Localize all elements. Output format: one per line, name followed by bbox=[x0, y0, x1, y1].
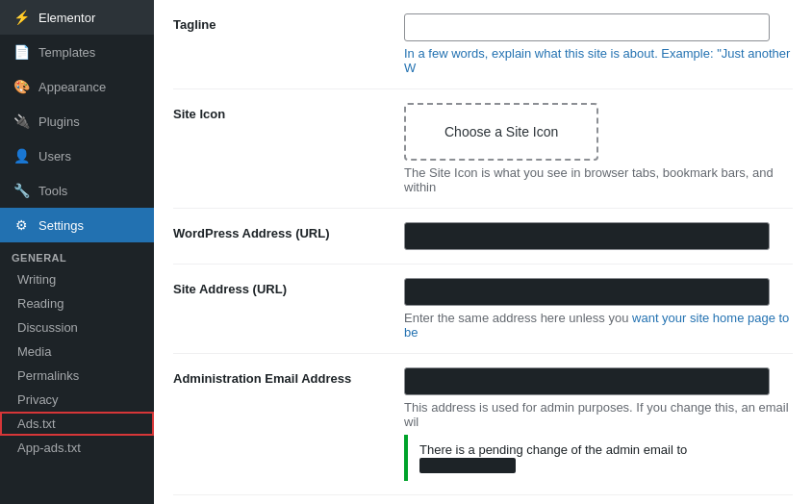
wp-address-row: WordPress Address (URL) bbox=[173, 209, 793, 265]
admin-email-input[interactable] bbox=[404, 367, 770, 395]
appearance-icon: 🎨 bbox=[12, 77, 31, 96]
templates-icon: 📄 bbox=[12, 42, 31, 62]
tagline-label: Tagline bbox=[173, 13, 385, 32]
main-content: Tagline In a few words, explain what thi… bbox=[154, 0, 812, 504]
site-address-input[interactable] bbox=[404, 278, 770, 306]
admin-email-row: Administration Email Address This addres… bbox=[173, 354, 793, 495]
sidebar-item-writing[interactable]: Writing bbox=[0, 267, 154, 291]
choose-site-icon-button[interactable]: Choose a Site Icon bbox=[404, 103, 598, 161]
sidebar-item-settings[interactable]: ⚙ Settings bbox=[0, 208, 154, 242]
site-address-row: Site Address (URL) Enter the same addres… bbox=[173, 265, 793, 354]
tagline-field: In a few words, explain what this site i… bbox=[404, 13, 793, 75]
site-address-help: Enter the same address here unless you w… bbox=[404, 311, 793, 340]
users-icon: 👤 bbox=[12, 146, 31, 165]
pending-email-notice: There is a pending change of the admin e… bbox=[404, 435, 793, 481]
sidebar-item-reading[interactable]: Reading bbox=[0, 291, 154, 315]
admin-email-field: This address is used for admin purposes.… bbox=[404, 367, 793, 481]
sidebar-item-appearance[interactable]: 🎨 Appearance bbox=[0, 69, 154, 104]
sidebar-item-privacy[interactable]: Privacy bbox=[0, 388, 154, 412]
admin-email-help: This address is used for admin purposes.… bbox=[404, 400, 793, 429]
tools-icon: 🔧 bbox=[12, 181, 31, 200]
sidebar-item-users[interactable]: 👤 Users bbox=[0, 139, 154, 173]
sidebar-item-label: Appearance bbox=[38, 80, 106, 94]
site-address-field: Enter the same address here unless you w… bbox=[404, 278, 793, 340]
tagline-input[interactable] bbox=[404, 13, 770, 41]
site-icon-field: Choose a Site Icon The Site Icon is what… bbox=[404, 103, 793, 194]
sidebar-item-discussion[interactable]: Discussion bbox=[0, 315, 154, 340]
sidebar-item-label: Elementor bbox=[38, 11, 95, 25]
sidebar-item-app-ads-txt[interactable]: App-ads.txt bbox=[0, 436, 154, 460]
sidebar: ⚡ Elementor 📄 Templates 🎨 Appearance 🔌 P… bbox=[0, 0, 154, 504]
tagline-row: Tagline In a few words, explain what thi… bbox=[173, 0, 793, 89]
sidebar-section-general: General bbox=[0, 242, 154, 267]
sidebar-item-label: Settings bbox=[38, 218, 84, 233]
wp-address-field bbox=[404, 222, 793, 250]
sidebar-item-tools[interactable]: 🔧 Tools bbox=[0, 173, 154, 208]
sidebar-item-label: Plugins bbox=[38, 114, 80, 129]
sidebar-item-ads-txt[interactable]: Ads.txt bbox=[0, 412, 154, 436]
sidebar-item-elementor[interactable]: ⚡ Elementor bbox=[0, 0, 154, 35]
wp-address-input[interactable] bbox=[404, 222, 770, 250]
pending-notice-text: There is a pending change of the admin e… bbox=[419, 442, 687, 457]
elementor-icon: ⚡ bbox=[12, 8, 31, 27]
pending-email-redacted bbox=[419, 458, 516, 473]
wp-address-label: WordPress Address (URL) bbox=[173, 222, 385, 240]
site-icon-row: Site Icon Choose a Site Icon The Site Ic… bbox=[173, 89, 793, 209]
site-address-help-text: Enter the same address here unless you bbox=[404, 311, 632, 325]
site-icon-label: Site Icon bbox=[173, 103, 385, 121]
sidebar-item-plugins[interactable]: 🔌 Plugins bbox=[0, 104, 154, 139]
settings-table: Tagline In a few words, explain what thi… bbox=[154, 0, 812, 504]
sidebar-item-label: Users bbox=[38, 149, 71, 164]
tagline-hint: In a few words, explain what this site i… bbox=[404, 46, 793, 75]
site-icon-help: The Site Icon is what you see in browser… bbox=[404, 165, 793, 194]
sidebar-item-label: Tools bbox=[38, 184, 67, 198]
site-address-label: Site Address (URL) bbox=[173, 278, 385, 296]
sidebar-item-label: Templates bbox=[38, 45, 95, 60]
sidebar-item-media[interactable]: Media bbox=[0, 340, 154, 364]
membership-row: Membership bbox=[173, 495, 793, 504]
sidebar-item-templates[interactable]: 📄 Templates bbox=[0, 35, 154, 69]
sidebar-item-permalinks[interactable]: Permalinks bbox=[0, 364, 154, 388]
settings-icon: ⚙ bbox=[12, 215, 31, 235]
admin-email-label: Administration Email Address bbox=[173, 367, 385, 386]
plugins-icon: 🔌 bbox=[12, 112, 31, 131]
